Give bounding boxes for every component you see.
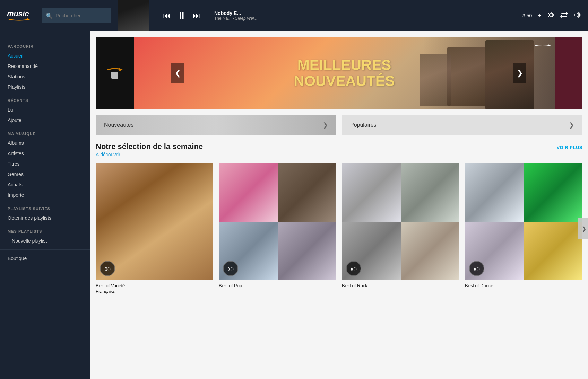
search-input[interactable] — [55, 13, 107, 18]
section-title: Notre sélection de la semaine — [96, 142, 203, 151]
sidebar-item-ajoute[interactable]: Ajouté — [0, 115, 90, 125]
radio-icon-rock: ((·)) — [346, 261, 361, 276]
rock-photo-2 — [401, 163, 460, 222]
pop-photo-1 — [219, 163, 278, 222]
sidebar-item-obtenir-playlists[interactable]: Obtenir des playlists — [0, 213, 90, 223]
hero-artist-figure-3 — [420, 54, 451, 106]
mymusic-section-title: MA MUSIQUE — [0, 125, 90, 138]
sidebar-item-achats[interactable]: Achats — [0, 179, 90, 190]
section-header: Notre sélection de la semaine À découvri… — [96, 142, 582, 157]
followed-section-title: PLAYLISTS SUIVIES — [0, 200, 90, 213]
card-dance[interactable]: ((·)) Best of Dance — [465, 163, 582, 295]
radio-icon-dance: ((·)) — [469, 261, 484, 276]
player-right: -3:50 + — [521, 11, 581, 20]
sidebar-item-lu[interactable]: Lu — [0, 105, 90, 115]
pop-photo-4 — [278, 222, 337, 281]
main-layout: PARCOURIR Accueil Recommandé Stations Pl… — [0, 31, 588, 379]
content-area: MEILLEURES NOUVEAUTÉS ❮ ❯ — [90, 31, 588, 379]
dance-photo-4 — [524, 222, 583, 281]
sidebar-item-recommande[interactable]: Recommandé — [0, 61, 90, 71]
hero-text: MEILLEURES NOUVEAUTÉS — [294, 57, 395, 89]
track-title: Nobody E... — [214, 10, 514, 16]
next-button[interactable]: ⏭ — [193, 11, 200, 20]
sidebar-item-playlists[interactable]: Playlists — [0, 82, 90, 92]
prev-button[interactable]: ⏮ — [163, 11, 171, 20]
chevron-right-icon-2: ❯ — [569, 121, 574, 129]
rock-photo-4 — [401, 222, 460, 281]
logo: music — [7, 10, 31, 21]
radio-icon-pop: ((·)) — [223, 261, 238, 276]
card-rock-label: Best of Rock — [342, 283, 459, 289]
sidebar-item-artistes[interactable]: Artistes — [0, 148, 90, 159]
card-variete-image: ((·)) — [96, 163, 213, 280]
card-pop-image: ((·)) — [219, 163, 336, 280]
add-button[interactable]: + — [537, 12, 542, 20]
section-subtitle: À découvrir — [96, 152, 203, 157]
voir-plus-button[interactable]: VOIR PLUS — [556, 145, 582, 150]
track-info: Nobody E... The Na... - Sleep Wel... — [214, 10, 514, 21]
carousel-prev-button[interactable]: ❮ — [171, 63, 184, 83]
pause-button[interactable]: ⏸ — [177, 10, 187, 21]
search-icon: 🔍 — [46, 12, 53, 19]
card-variete[interactable]: ((·)) Best of VariétéFrançaise — [96, 163, 213, 295]
amazon-logo-icon — [104, 63, 125, 83]
category-nouveautes-button[interactable]: Nouveautés ❯ — [96, 115, 336, 135]
track-sub: The Na... - Sleep Wel... — [214, 16, 514, 21]
hero-banner[interactable]: MEILLEURES NOUVEAUTÉS ❮ ❯ — [134, 37, 555, 109]
hero-artist-overlay — [423, 37, 555, 109]
section-title-block: Notre sélection de la semaine À découvri… — [96, 142, 203, 157]
carousel-next-button[interactable]: ❯ — [513, 63, 526, 83]
radio-icon-variete: ((·)) — [100, 261, 115, 276]
sidebar-item-importe[interactable]: Importé — [0, 190, 90, 200]
hero-amazon-icon — [534, 40, 551, 51]
chevron-right-icon: ❯ — [323, 121, 328, 129]
svg-marker-2 — [574, 12, 578, 17]
card-variete-label: Best of VariétéFrançaise — [96, 283, 213, 295]
rock-mosaic — [342, 163, 459, 280]
sidebar-item-stations[interactable]: Stations — [0, 71, 90, 82]
sidebar: PARCOURIR Accueil Recommandé Stations Pl… — [0, 31, 90, 379]
now-playing-thumbnail — [118, 0, 149, 31]
dance-photo-1 — [465, 163, 524, 222]
hero-artist-figure-1 — [485, 40, 534, 109]
browse-section-title: PARCOURIR — [0, 38, 90, 51]
selection-section: Notre sélection de la semaine À découvri… — [90, 135, 588, 295]
svg-rect-4 — [111, 72, 118, 79]
shuffle-button[interactable] — [547, 11, 555, 20]
category-populaires-button[interactable]: Populaires ❯ — [342, 115, 582, 135]
cards-row: ((·)) Best of VariétéFrançaise — [96, 163, 582, 295]
card-pop-label: Best of Pop — [219, 283, 336, 289]
sidebar-item-boutique[interactable]: Boutique — [0, 253, 90, 264]
category-nouveautes-label: Nouveautés — [104, 122, 133, 128]
card-rock-image: ((·)) — [342, 163, 459, 280]
player-controls: ⏮ ⏸ ⏭ — [163, 10, 200, 21]
amazon-arrow-icon — [7, 18, 31, 21]
track-artist: The Na... — [214, 16, 231, 21]
volume-icon — [573, 11, 581, 19]
rock-photo-1 — [342, 163, 401, 222]
repeat-button[interactable] — [560, 11, 568, 20]
hero-left-thumbnail — [96, 37, 134, 109]
sidebar-item-titres[interactable]: Titres — [0, 159, 90, 169]
repeat-icon — [560, 11, 568, 19]
pop-mosaic — [219, 163, 336, 280]
sidebar-item-albums[interactable]: Albums — [0, 138, 90, 148]
shuffle-icon — [547, 11, 555, 19]
volume-button[interactable] — [573, 11, 581, 20]
variete-photo — [96, 163, 213, 280]
card-pop[interactable]: ((·)) Best of Pop — [219, 163, 336, 295]
card-dance-label: Best of Dance — [465, 283, 582, 289]
dance-photo-2 — [524, 163, 583, 222]
search-box[interactable]: 🔍 — [42, 8, 111, 23]
track-album: Sleep Wel... — [235, 16, 257, 21]
recents-section-title: RÉCENTS — [0, 92, 90, 105]
card-rock[interactable]: ((·)) Best of Rock — [342, 163, 459, 295]
time-display: -3:50 — [521, 13, 532, 18]
sidebar-item-genres[interactable]: Genres — [0, 169, 90, 179]
cards-next-button[interactable]: ❯ — [578, 218, 588, 239]
myplaylists-section-title: MES PLAYLISTS — [0, 223, 90, 236]
sidebar-item-accueil[interactable]: Accueil — [0, 51, 90, 61]
sidebar-divider — [0, 249, 90, 250]
sidebar-item-nouvelle-playlist[interactable]: + Nouvelle playlist — [0, 236, 90, 246]
category-populaires-label: Populaires — [350, 122, 377, 128]
